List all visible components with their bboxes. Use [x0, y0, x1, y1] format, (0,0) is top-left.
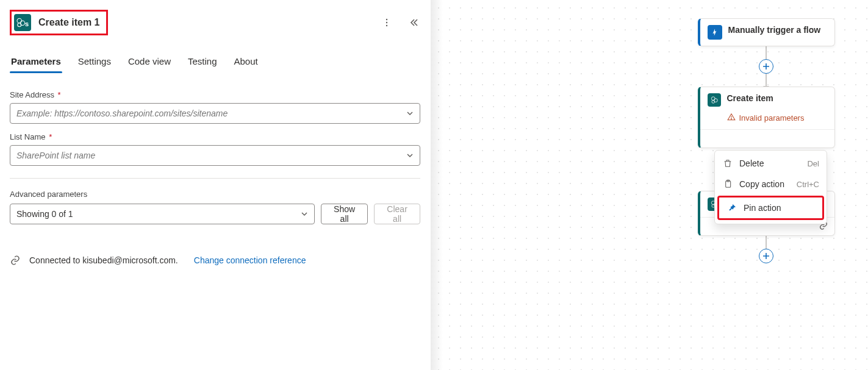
- panel-header: s Create item 1: [10, 7, 420, 43]
- pin-icon: [726, 202, 737, 213]
- context-menu: Delete Del Copy action Ctrl+C: [714, 150, 827, 224]
- svg-point-5: [386, 25, 387, 26]
- edge-arrow: [766, 73, 767, 87]
- advanced-heading: Advanced parameters: [10, 190, 420, 199]
- ctx-item-copy[interactable]: Copy action Ctrl+C: [715, 174, 827, 194]
- add-step-button[interactable]: [759, 249, 773, 263]
- sharepoint-icon: s: [14, 14, 31, 31]
- clipboard-icon: [722, 179, 733, 190]
- site-address-label: Site Address *: [10, 90, 420, 99]
- svg-point-6: [711, 97, 715, 101]
- trigger-title: Manually trigger a flow: [728, 25, 821, 35]
- field-list-name: List Name * SharePoint list name: [10, 132, 420, 166]
- ctx-copy-shortcut: Ctrl+C: [797, 180, 819, 189]
- edge: [766, 236, 767, 249]
- step1-error-row: Invalid parameters: [700, 113, 834, 129]
- change-connection-link[interactable]: Change connection reference: [194, 255, 306, 265]
- advanced-row: Showing 0 of 1 Show all Clear all: [10, 204, 420, 224]
- step-create-item[interactable]: Create item Invalid parameters: [698, 87, 835, 148]
- flow-column: Manually trigger a flow Create item: [675, 18, 858, 263]
- clear-all-button: Clear all: [374, 204, 420, 224]
- add-step-button[interactable]: [759, 59, 773, 74]
- header-actions: [380, 16, 420, 29]
- svg-point-3: [386, 19, 387, 20]
- flow-canvas[interactable]: Manually trigger a flow Create item: [431, 0, 868, 370]
- site-address-input[interactable]: Example: https://contoso.sharepoint.com/…: [10, 103, 420, 124]
- panel-title-wrap: s Create item 1: [10, 10, 108, 35]
- advanced-dropdown[interactable]: Showing 0 of 1: [10, 204, 315, 224]
- link-icon: [10, 255, 21, 266]
- divider: [10, 178, 420, 179]
- parameters-form: Site Address * Example: https://contoso.…: [10, 73, 420, 266]
- ctx-pin-label: Pin action: [744, 203, 781, 213]
- app-root: s Create item 1 Parameters Settings Code…: [0, 0, 868, 370]
- ctx-item-delete[interactable]: Delete Del: [715, 153, 827, 174]
- edge: [766, 46, 767, 60]
- ctx-delete-shortcut: Del: [807, 159, 819, 168]
- trigger-icon: [708, 25, 722, 40]
- collapse-panel-button[interactable]: [407, 16, 420, 29]
- ctx-item-pin[interactable]: Pin action: [717, 196, 824, 220]
- trash-icon: [722, 158, 733, 169]
- field-site-address: Site Address * Example: https://contoso.…: [10, 90, 420, 124]
- chevron-down-icon: [406, 110, 414, 117]
- connection-row: Connected to kisubedi@microsoft.com. Cha…: [10, 255, 420, 266]
- tab-testing[interactable]: Testing: [187, 51, 218, 73]
- flow-canvas-wrap: Manually trigger a flow Create item: [430, 0, 868, 370]
- config-panel: s Create item 1 Parameters Settings Code…: [0, 0, 430, 370]
- chevron-down-icon: [406, 152, 414, 159]
- sharepoint-icon: [708, 93, 721, 107]
- list-name-placeholder: SharePoint list name: [16, 151, 95, 160]
- svg-point-8: [711, 101, 714, 104]
- tab-settings[interactable]: Settings: [77, 51, 112, 73]
- list-name-label: List Name *: [10, 132, 420, 141]
- tab-list: Parameters Settings Code view Testing Ab…: [10, 43, 420, 73]
- svg-point-0: [17, 18, 22, 23]
- chevron-down-icon: [301, 210, 308, 218]
- ctx-delete-label: Delete: [739, 158, 764, 168]
- ctx-copy-label: Copy action: [739, 179, 784, 189]
- connection-text: Connected to kisubedi@microsoft.com.: [29, 255, 178, 265]
- show-all-button[interactable]: Show all: [321, 204, 368, 224]
- tab-about[interactable]: About: [233, 51, 259, 73]
- svg-point-4: [386, 22, 387, 23]
- step1-title: Create item: [727, 93, 773, 103]
- svg-point-2: [18, 23, 21, 27]
- step1-error-text: Invalid parameters: [739, 113, 805, 123]
- tab-code-view[interactable]: Code view: [127, 51, 172, 73]
- step1-footer: [700, 129, 834, 148]
- warning-icon: [727, 113, 736, 123]
- svg-point-9: [731, 118, 731, 119]
- list-name-input[interactable]: SharePoint list name: [10, 145, 420, 166]
- tab-parameters[interactable]: Parameters: [10, 51, 62, 73]
- advanced-showing-text: Showing 0 of 1: [16, 209, 73, 219]
- panel-title: Create item 1: [38, 17, 100, 28]
- site-address-placeholder: Example: https://contoso.sharepoint.com/…: [16, 109, 228, 118]
- canvas-edge-shadow: [431, 0, 443, 370]
- more-button[interactable]: [380, 16, 393, 29]
- trigger-card[interactable]: Manually trigger a flow: [698, 18, 835, 46]
